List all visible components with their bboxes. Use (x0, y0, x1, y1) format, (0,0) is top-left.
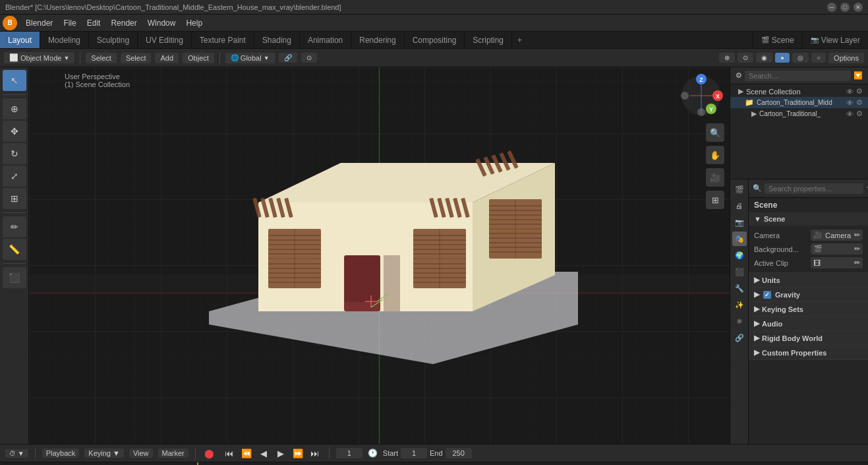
play-reverse-button[interactable]: ◀ (256, 446, 271, 460)
output-properties-tab[interactable]: 🖨 (732, 199, 747, 213)
tab-scripting[interactable]: Scripting (465, 32, 512, 48)
view-layer-tab[interactable]: 📷 (732, 215, 747, 230)
view-menu-tl[interactable]: View (129, 449, 153, 458)
marker-menu[interactable]: Marker (158, 449, 188, 458)
visibility-icon-1[interactable]: 👁 (846, 88, 854, 96)
custom-props-header[interactable]: ▶ Custom Properties (749, 346, 868, 359)
playback-menu[interactable]: Playback (42, 449, 80, 458)
orthographic-toggle[interactable]: ⊞ (706, 191, 724, 209)
shading-solid[interactable]: ● (775, 53, 790, 63)
end-frame-input[interactable]: 250 (446, 448, 472, 458)
proportional-edit-button[interactable]: ⊙ (301, 53, 317, 63)
menu-render[interactable]: Render (106, 17, 141, 29)
scene-properties-tab[interactable]: 🎭 (732, 232, 747, 246)
gravity-checkbox[interactable]: ✓ (763, 291, 771, 299)
scene-section-header[interactable]: ▼ Scene (749, 212, 868, 226)
object-mode-button[interactable]: ⬜ Object Mode ▼ (4, 52, 74, 63)
tab-shading[interactable]: Shading (254, 32, 300, 48)
camera-edit-icon[interactable]: ✏ (854, 231, 860, 239)
camera-value[interactable]: 🎥 Camera ✏ (811, 230, 863, 241)
world-properties-tab[interactable]: 🌍 (732, 248, 747, 263)
select-menu-button[interactable]: Select (121, 53, 152, 63)
tab-uv-editing[interactable]: UV Editing (138, 32, 192, 48)
outliner-cartoon-object[interactable]: ▶ Cartoon_Traditional_ 👁 ⚙ (730, 108, 868, 119)
jump-end-button[interactable]: ⏭ (308, 446, 322, 460)
current-frame-input[interactable]: 1 (336, 448, 362, 458)
cursor-tool-button[interactable]: ⊕ (3, 98, 26, 119)
3d-gizmo[interactable]: Z X Y (678, 73, 724, 119)
zoom-to-selected-button[interactable]: 🔍 (706, 123, 724, 142)
visibility-icon-3[interactable]: 👁 (846, 110, 854, 118)
3d-viewport[interactable]: User Perspective (1) Scene Collection Z … (29, 67, 730, 444)
audio-section-header[interactable]: ▶ Audio (749, 317, 868, 330)
move-tool-button[interactable]: ✥ (3, 121, 26, 142)
jump-start-button[interactable]: ⏮ (222, 446, 237, 460)
add-workspace-button[interactable]: + (512, 32, 527, 48)
bg-edit-icon[interactable]: ✏ (854, 245, 860, 253)
outliner-scene-collection[interactable]: ▶ Scene Collection 👁 ⚙ (730, 86, 868, 97)
step-back-button[interactable]: ⏪ (239, 446, 254, 460)
gizmo-toggle[interactable]: ⊕ (719, 53, 735, 63)
close-button[interactable]: ✕ (854, 3, 863, 12)
tab-animation[interactable]: Animation (300, 32, 351, 48)
minimize-button[interactable]: ─ (827, 3, 836, 12)
outliner-cartoon-collection[interactable]: 📁 Cartoon_Traditional_Midd 👁 ⚙ (730, 97, 868, 108)
keying-menu[interactable]: Keying ▼ (84, 449, 124, 458)
menu-blender[interactable]: Blender (21, 17, 57, 29)
tab-layout[interactable]: Layout (0, 32, 40, 48)
object-properties-tab[interactable]: ⬛ (732, 264, 747, 279)
camera-view-button[interactable]: 🎥 (706, 168, 724, 187)
outliner-search-input[interactable] (745, 71, 851, 81)
tab-texture-paint[interactable]: Texture Paint (192, 32, 254, 48)
pan-view-button[interactable]: ✋ (706, 146, 724, 164)
keying-sets-header[interactable]: ▶ Keying Sets (749, 302, 868, 316)
properties-search-input[interactable] (765, 183, 863, 194)
tab-modeling[interactable]: Modeling (40, 32, 89, 48)
options-button[interactable]: Options (828, 53, 864, 63)
constraints-tab[interactable]: 🔗 (732, 330, 747, 345)
tab-sculpting[interactable]: Sculpting (89, 32, 138, 48)
snap-button[interactable]: 🔗 (279, 53, 297, 63)
select-tool-button[interactable]: ↖ (3, 70, 26, 91)
particles-tab[interactable]: ✨ (732, 297, 747, 312)
transform-tool-button[interactable]: ⊞ (3, 188, 26, 209)
clip-edit-icon[interactable]: ✏ (854, 259, 860, 267)
overlay-toggle[interactable]: ⊙ (738, 53, 753, 63)
active-clip-value[interactable]: 🎞 ✏ (811, 257, 863, 268)
tab-scene[interactable]: 🎬 Scene (753, 32, 802, 48)
units-section-header[interactable]: ▶ Units (749, 273, 868, 287)
tab-compositing[interactable]: Compositing (405, 32, 465, 48)
transform-global-button[interactable]: 🌐 Global ▼ (225, 53, 275, 63)
annotate-tool-button[interactable]: ✏ (3, 216, 26, 237)
restrict-icon-3[interactable]: ⚙ (856, 109, 863, 118)
record-button[interactable]: ⬤ (202, 446, 217, 460)
physics-tab[interactable]: ⚛ (732, 314, 747, 328)
menu-edit[interactable]: Edit (82, 17, 105, 29)
rotate-tool-button[interactable]: ↻ (3, 143, 26, 164)
gravity-section-header[interactable]: ▶ ✓ Gravity (749, 288, 868, 301)
menu-window[interactable]: Window (143, 17, 181, 29)
modifiers-tab[interactable]: 🔧 (732, 281, 747, 295)
tab-rendering[interactable]: Rendering (351, 32, 404, 48)
view-menu-button[interactable]: Select (86, 53, 117, 63)
timeline-type-button[interactable]: ⏱ ▼ (5, 449, 28, 458)
add-cube-button[interactable]: ⬛ (3, 267, 26, 288)
shading-rendered[interactable]: ○ (811, 53, 826, 63)
menu-help[interactable]: Help (181, 17, 207, 29)
timeline-body[interactable]: -10 10 40 70 100 120 140 160 180 200 220… (0, 462, 868, 465)
background-value[interactable]: 🎬 ✏ (811, 243, 863, 255)
measure-tool-button[interactable]: 📏 (3, 239, 26, 260)
restrict-icon-2[interactable]: ⚙ (856, 98, 863, 107)
step-forward-button[interactable]: ⏩ (291, 446, 305, 460)
add-menu-button[interactable]: Add (155, 53, 179, 63)
restrict-icon-1[interactable]: ⚙ (856, 87, 863, 96)
visibility-icon-2[interactable]: 👁 (846, 99, 854, 107)
scale-tool-button[interactable]: ⤢ (3, 166, 26, 187)
render-properties-tab[interactable]: 🎬 (732, 182, 747, 197)
shading-material[interactable]: ◎ (792, 53, 809, 63)
start-frame-input[interactable]: 1 (401, 448, 427, 458)
tab-view-layer[interactable]: 📷 View Layer (802, 32, 868, 48)
object-menu-button[interactable]: Object (183, 53, 214, 63)
rigid-body-header[interactable]: ▶ Rigid Body World (749, 331, 868, 345)
outliner-filter-icon[interactable]: 🔽 (854, 71, 863, 80)
